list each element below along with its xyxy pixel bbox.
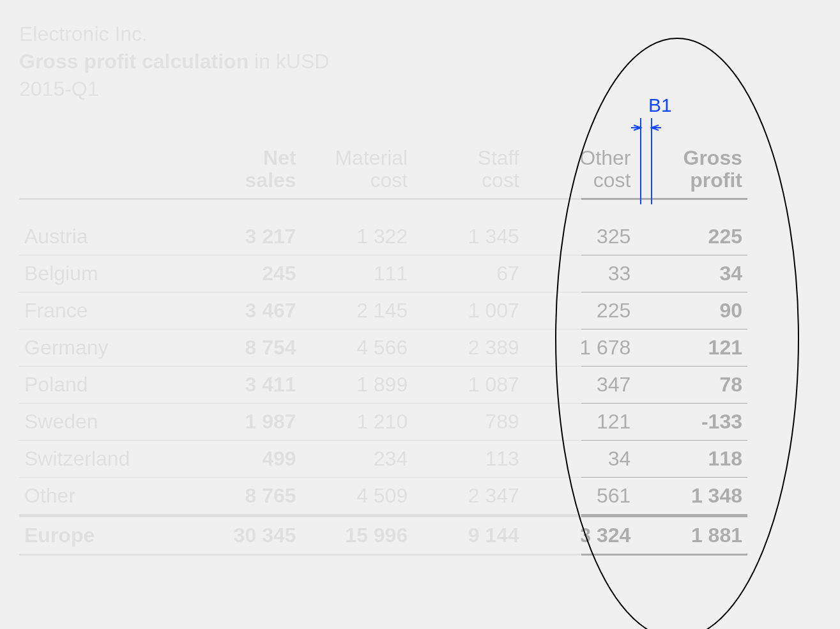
cell-net: 1 987 (190, 403, 302, 440)
total-mat: 15 996 (302, 515, 413, 554)
cell-other: 225 (524, 292, 636, 329)
cell-mat: 234 (302, 440, 413, 477)
cell-other: 33 (524, 255, 636, 292)
table-row: Austria 3 217 1 322 1 345 325 225 (19, 218, 747, 255)
report-title-unit: in kUSD (248, 50, 329, 73)
row-label: France (19, 292, 190, 329)
cell-staff: 67 (413, 255, 524, 292)
table-body: Austria 3 217 1 322 1 345 325 225 Belgiu… (19, 199, 747, 555)
total-other: 3 324 (524, 515, 636, 554)
cell-other: 121 (524, 403, 636, 440)
header-net-sales: Netsales (190, 140, 302, 199)
cell-mat: 4 509 (302, 477, 413, 515)
cell-mat: 1 322 (302, 218, 413, 255)
cell-net: 8 754 (190, 329, 302, 366)
cell-other: 1 678 (524, 329, 636, 366)
header-other-cost: Othercost (524, 140, 636, 199)
row-label: Poland (19, 366, 190, 403)
page: Electronic Inc. Gross profit calculation… (0, 0, 840, 629)
table-row: Other 8 765 4 509 2 347 561 1 348 (19, 477, 747, 515)
row-label: Belgium (19, 255, 190, 292)
cell-net: 499 (190, 440, 302, 477)
total-net: 30 345 (190, 515, 302, 554)
cell-staff: 2 389 (413, 329, 524, 366)
header-material-cost: Materialcost (302, 140, 413, 199)
annotation-b1-label: B1 (648, 95, 672, 116)
header-staff-cost: Staffcost (413, 140, 524, 199)
cell-net: 3 217 (190, 218, 302, 255)
report-period: 2015-Q1 (19, 75, 329, 103)
row-label: Other (19, 477, 190, 515)
cell-staff: 1 007 (413, 292, 524, 329)
total-gp: 1 881 (636, 515, 747, 554)
total-staff: 9 144 (413, 515, 524, 554)
table-row: Germany 8 754 4 566 2 389 1 678 121 (19, 329, 747, 366)
table-row: France 3 467 2 145 1 007 225 90 (19, 292, 747, 329)
report-title-bold: Gross profit calculation (19, 50, 248, 73)
table-row: Belgium 245 111 67 33 34 (19, 255, 747, 292)
cell-other: 561 (524, 477, 636, 515)
cell-mat: 2 145 (302, 292, 413, 329)
cell-net: 245 (190, 255, 302, 292)
profit-table: Netsales Materialcost Staffcost Othercos… (19, 140, 747, 556)
cell-gp: 225 (636, 218, 747, 255)
row-label: Switzerland (19, 440, 190, 477)
header-row: Netsales Materialcost Staffcost Othercos… (19, 140, 747, 199)
cell-staff: 113 (413, 440, 524, 477)
cell-gp: -133 (636, 403, 747, 440)
cell-gp: 78 (636, 366, 747, 403)
table-row: Sweden 1 987 1 210 789 121 -133 (19, 403, 747, 440)
cell-staff: 1 345 (413, 218, 524, 255)
cell-gp: 121 (636, 329, 747, 366)
cell-gp: 1 348 (636, 477, 747, 515)
cell-net: 3 411 (190, 366, 302, 403)
cell-other: 34 (524, 440, 636, 477)
cell-other: 347 (524, 366, 636, 403)
cell-other: 325 (524, 218, 636, 255)
table-total-row: Europe 30 345 15 996 9 144 3 324 1 881 (19, 515, 747, 554)
header-gross-profit: Grossprofit (636, 140, 747, 199)
title-block: Electronic Inc. Gross profit calculation… (19, 20, 329, 103)
cell-net: 3 467 (190, 292, 302, 329)
cell-mat: 1 899 (302, 366, 413, 403)
table-row: Switzerland 499 234 113 34 118 (19, 440, 747, 477)
row-label: Germany (19, 329, 190, 366)
cell-gp: 90 (636, 292, 747, 329)
cell-gp: 118 (636, 440, 747, 477)
row-label: Austria (19, 218, 190, 255)
cell-staff: 1 087 (413, 366, 524, 403)
cell-mat: 111 (302, 255, 413, 292)
cell-mat: 1 210 (302, 403, 413, 440)
total-label: Europe (19, 515, 190, 554)
cell-net: 8 765 (190, 477, 302, 515)
company-name: Electronic Inc. (19, 20, 329, 48)
header-blank (19, 140, 190, 199)
cell-staff: 789 (413, 403, 524, 440)
report-title: Gross profit calculation in kUSD (19, 48, 329, 75)
table-row: Poland 3 411 1 899 1 087 347 78 (19, 366, 747, 403)
row-label: Sweden (19, 403, 190, 440)
cell-gp: 34 (636, 255, 747, 292)
cell-mat: 4 566 (302, 329, 413, 366)
cell-staff: 2 347 (413, 477, 524, 515)
